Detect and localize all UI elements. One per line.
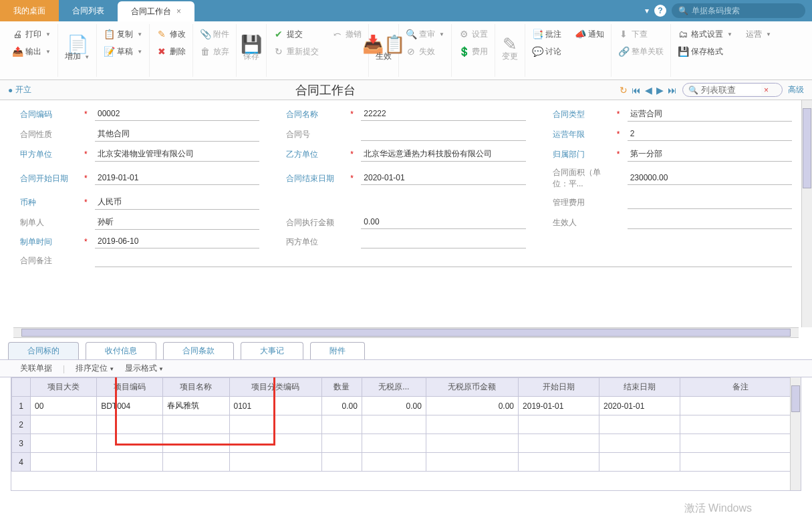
- field-start[interactable]: 2019-01-01: [95, 172, 259, 185]
- tab-contract-list[interactable]: 合同列表: [59, 0, 118, 21]
- col-class-code[interactable]: 项目分类编码: [229, 378, 321, 397]
- tab-terms[interactable]: 合同条款: [163, 342, 234, 359]
- table-row[interactable]: 3: [12, 434, 801, 453]
- field-name[interactable]: 22222: [361, 108, 525, 121]
- field-creator[interactable]: 孙昕: [95, 215, 259, 230]
- copy-button[interactable]: 复制▼: [101, 25, 145, 43]
- col-name[interactable]: 项目名称: [163, 378, 229, 397]
- watermark: 激活 Windows: [684, 502, 752, 516]
- tab-attachment[interactable]: 附件: [310, 342, 365, 359]
- notify-button[interactable]: 通知: [572, 25, 607, 43]
- fee-button[interactable]: 费用: [456, 43, 491, 60]
- field-partyB[interactable]: 北京华远意通热力科技股份有限公司: [361, 147, 525, 162]
- review-button[interactable]: 查审▼: [403, 25, 447, 43]
- label-create-time: 制单时间: [20, 236, 80, 248]
- col-qty[interactable]: 数量: [321, 378, 362, 397]
- barcode-search-input[interactable]: 🔍 单据条码搜索: [672, 3, 805, 18]
- col-remark[interactable]: 备注: [680, 378, 801, 397]
- search-icon: 🔍: [688, 85, 698, 95]
- tab-payment[interactable]: 收付信息: [86, 342, 156, 359]
- cancel-submit-button[interactable]: 撤销: [329, 25, 364, 43]
- label-end: 合同结束日期: [286, 173, 346, 184]
- grid-vscrollbar[interactable]: [790, 377, 801, 490]
- submit-button[interactable]: 提交: [271, 25, 321, 43]
- field-approver[interactable]: [628, 216, 792, 229]
- add-button[interactable]: 📄 增加 ▼: [62, 25, 92, 75]
- col-start[interactable]: 开始日期: [519, 378, 599, 397]
- batch-button[interactable]: 批注: [529, 25, 564, 43]
- field-dept[interactable]: 第一分部: [628, 147, 792, 162]
- field-years[interactable]: 2: [628, 128, 792, 141]
- nav-first-icon[interactable]: ⏮: [632, 85, 641, 96]
- output-button[interactable]: 输出▼: [9, 43, 53, 60]
- void-button[interactable]: 失效: [403, 43, 447, 60]
- form-vscrollbar[interactable]: [801, 100, 812, 327]
- form-hscrollbar[interactable]: [13, 327, 799, 338]
- label-area: 合同面积（单位：平...: [553, 167, 613, 190]
- display-format-button[interactable]: 显示格式▼: [125, 363, 164, 374]
- label-name: 合同名称: [286, 109, 346, 120]
- field-type[interactable]: 运营合同: [628, 107, 792, 122]
- draft-button[interactable]: 草稿▼: [101, 43, 145, 60]
- col-price[interactable]: 无税原...: [362, 378, 426, 397]
- advanced-link[interactable]: 高级: [788, 84, 804, 96]
- field-nature[interactable]: 其他合同: [95, 127, 259, 142]
- table-row[interactable]: 1 00 BDT004 春风雅筑 0101 0.00 0.00 0.00 201…: [12, 397, 801, 415]
- list-search-input[interactable]: 🔍 ×: [682, 83, 783, 97]
- download-button[interactable]: 下查: [616, 25, 666, 43]
- label-exec-amount: 合同执行金额: [286, 217, 346, 228]
- tab-contract-workbench[interactable]: 合同工作台 ×: [118, 1, 194, 21]
- field-currency[interactable]: 人民币: [95, 195, 259, 210]
- nav-last-icon[interactable]: ⏭: [668, 85, 677, 96]
- attach-button[interactable]: 附件: [197, 25, 232, 43]
- refresh-icon[interactable]: ↻: [620, 85, 628, 96]
- settings-button[interactable]: 设置: [456, 25, 491, 43]
- field-exec-amount[interactable]: 0.00: [361, 216, 525, 229]
- field-number[interactable]: [361, 128, 525, 141]
- format-button[interactable]: 格式设置▼: [675, 25, 735, 43]
- field-area[interactable]: 230000.00: [628, 172, 792, 185]
- tab-events[interactable]: 大事记: [241, 342, 303, 359]
- ribbon-toolbar: 打印▼ 输出▼ 📄 增加 ▼ 复制▼ 草稿▼ 修改 删除 附件 放弃 保存 提交…: [0, 21, 812, 80]
- nav-prev-icon[interactable]: ◀: [645, 85, 652, 96]
- biz-label[interactable]: 运营▼: [743, 25, 774, 43]
- label-dept: 归属部门: [553, 149, 613, 160]
- discuss-button[interactable]: 讨论: [529, 43, 564, 60]
- change-button[interactable]: 变更: [499, 25, 521, 75]
- take-effect-button[interactable]: 📋 生效: [373, 25, 394, 75]
- field-code[interactable]: 00002: [95, 108, 259, 121]
- table-row[interactable]: 2: [12, 415, 801, 434]
- print-button[interactable]: 打印▼: [9, 25, 53, 43]
- add-icon: 📄: [72, 39, 83, 49]
- close-icon[interactable]: ×: [176, 7, 181, 16]
- modify-button[interactable]: 修改: [154, 25, 188, 43]
- link-all-button[interactable]: 整单关联: [616, 43, 666, 60]
- help-icon[interactable]: ?: [654, 5, 666, 17]
- discard-button[interactable]: 放弃: [197, 43, 232, 60]
- col-amount[interactable]: 无税原币金额: [426, 378, 518, 397]
- col-code[interactable]: 项目编码: [97, 378, 163, 397]
- tab-desktop[interactable]: 我的桌面: [0, 0, 59, 21]
- clear-icon[interactable]: ×: [764, 85, 769, 95]
- field-end[interactable]: 2020-01-01: [361, 172, 525, 185]
- assoc-doc-button[interactable]: 关联单据: [20, 363, 52, 374]
- field-mgmt-fee[interactable]: [628, 196, 792, 209]
- field-partyC[interactable]: [361, 235, 525, 248]
- field-create-time[interactable]: 2019-06-10: [95, 235, 259, 248]
- save-button[interactable]: 保存: [241, 25, 262, 75]
- table-row[interactable]: 4: [12, 453, 801, 472]
- tab-subject[interactable]: 合同标的: [8, 342, 79, 359]
- col-cat[interactable]: 项目大类: [31, 378, 97, 397]
- field-partyA[interactable]: 北京安港物业管理有限公司: [95, 147, 259, 162]
- detail-grid[interactable]: 项目大类 项目编码 项目名称 项目分类编码 数量 无税原... 无税原币金额 开…: [11, 377, 801, 472]
- delete-button[interactable]: 删除: [154, 43, 188, 60]
- resubmit-button[interactable]: 重新提交: [271, 43, 321, 60]
- dropdown-icon[interactable]: ▾: [645, 6, 649, 15]
- col-end[interactable]: 结束日期: [599, 378, 680, 397]
- nav-next-icon[interactable]: ▶: [656, 85, 664, 96]
- save-format-button[interactable]: 保存格式: [675, 43, 735, 60]
- sort-button[interactable]: 排序定位▼: [76, 363, 114, 374]
- label-partyA: 甲方单位: [20, 149, 80, 160]
- page-title: 合同工作台: [31, 82, 620, 98]
- field-remark[interactable]: [95, 254, 792, 267]
